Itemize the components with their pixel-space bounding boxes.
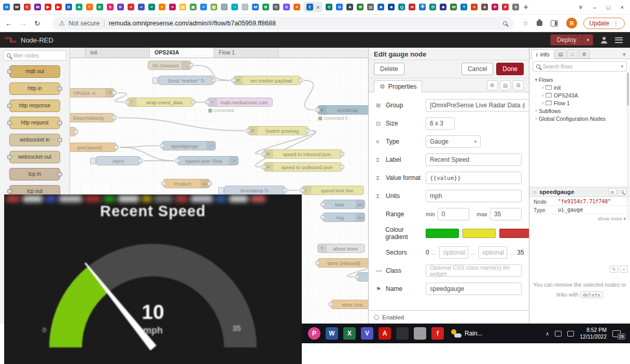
range-max-input[interactable]: 35 bbox=[490, 208, 522, 220]
browser-tab[interactable]: ▦ bbox=[179, 4, 186, 10]
node-info-list-icon[interactable]: ▤ bbox=[608, 188, 617, 195]
browser-tab[interactable]: ■ bbox=[440, 4, 446, 10]
browser-tab[interactable]: W bbox=[450, 4, 457, 10]
units-input[interactable]: mph bbox=[426, 190, 522, 202]
palette-node[interactable]: websocket out bbox=[9, 151, 60, 163]
tree-item[interactable]: ›Global Configuration Nodes bbox=[529, 115, 630, 122]
browser-tab[interactable]: ▶ bbox=[55, 4, 62, 10]
deploy-button[interactable]: Deploy ▾ bbox=[550, 34, 593, 46]
node-port-input[interactable] bbox=[160, 144, 164, 148]
tab-properties[interactable]: ⚙ Properties bbox=[374, 80, 422, 92]
help-tab-icon[interactable]: ▤ bbox=[555, 49, 566, 59]
canvas-node[interactable]: abcProduct bbox=[163, 179, 210, 188]
palette-node[interactable]: http in bbox=[9, 82, 60, 95]
window-close-icon[interactable]: × bbox=[621, 4, 624, 10]
app-grey-icon[interactable] bbox=[414, 327, 426, 340]
browser-tab[interactable]: ⊡ bbox=[429, 4, 436, 10]
node-port-output[interactable] bbox=[114, 145, 119, 149]
update-button[interactable]: Update ⋮ bbox=[583, 18, 625, 29]
browser-tab[interactable]: M bbox=[34, 4, 41, 10]
node-port-output[interactable] bbox=[58, 138, 62, 142]
reload-icon[interactable]: ↻ bbox=[34, 19, 40, 27]
node-port-output[interactable] bbox=[58, 121, 62, 125]
side-panel-icon[interactable] bbox=[551, 20, 558, 26]
canvas-node[interactable]: ⇄speed to outbound json bbox=[263, 162, 342, 172]
node-info-search-icon[interactable] bbox=[618, 188, 626, 195]
browser-tab[interactable]: ~ bbox=[231, 4, 238, 10]
excel-icon[interactable]: X bbox=[343, 327, 356, 340]
deploy-caret-icon[interactable]: ▾ bbox=[582, 35, 593, 45]
canvas-node[interactable]: store (inbound) bbox=[317, 258, 368, 268]
user-icon[interactable] bbox=[600, 37, 608, 44]
workspace-tab[interactable]: Flow 1 bbox=[214, 48, 278, 58]
acrobat-icon[interactable]: A bbox=[379, 327, 391, 340]
browser-tab[interactable]: T bbox=[460, 4, 467, 10]
node-settings-icon[interactable]: ⚙ bbox=[487, 80, 498, 90]
forward-icon[interactable]: → bbox=[20, 19, 27, 27]
browser-tab[interactable]: < bbox=[471, 4, 478, 10]
node-port-output[interactable] bbox=[189, 63, 193, 67]
browser-tab[interactable]: □ bbox=[221, 4, 228, 10]
canvas-node[interactable]: Inbound (west bbox=[357, 272, 368, 282]
browser-tab[interactable]: ⊞ bbox=[357, 4, 363, 10]
palette-node[interactable]: mqtt out bbox=[9, 65, 60, 78]
node-port-output[interactable] bbox=[58, 172, 62, 176]
size-button[interactable]: 6 x 3 bbox=[426, 117, 455, 130]
canvas-node[interactable]: d bbox=[70, 127, 76, 136]
canvas-node[interactable]: timestamp ↻ bbox=[224, 186, 285, 195]
app-v-icon[interactable]: V bbox=[361, 327, 373, 340]
app-p-icon[interactable]: P bbox=[308, 327, 320, 340]
tree-item[interactable]: ›Flow 1 bbox=[529, 99, 630, 107]
gradient-swatch[interactable] bbox=[426, 229, 459, 238]
node-port-output[interactable] bbox=[58, 87, 62, 91]
browser-tab[interactable]: G bbox=[336, 4, 343, 10]
canvas-node[interactable]: abcAvg bbox=[323, 213, 365, 222]
workspace-tab[interactable]: init bbox=[86, 48, 150, 58]
tree-item[interactable]: ›Subflows bbox=[529, 107, 630, 115]
browser-tab[interactable]: B bbox=[262, 4, 269, 10]
browser-tab[interactable]: ▶ bbox=[45, 4, 51, 10]
browser-tab[interactable]: □ bbox=[242, 4, 248, 10]
browser-tab[interactable]: S bbox=[512, 4, 519, 10]
config-tab-icon[interactable]: ⚙ bbox=[579, 49, 590, 59]
browser-tab[interactable]: P bbox=[492, 4, 498, 10]
node-port-input[interactable] bbox=[315, 261, 320, 265]
palette-node[interactable]: tcp in bbox=[9, 168, 60, 180]
node-port-input[interactable] bbox=[246, 129, 250, 133]
node-port-input[interactable] bbox=[329, 302, 333, 306]
cancel-button[interactable]: Cancel bbox=[461, 63, 493, 75]
app-f-icon[interactable]: f bbox=[431, 327, 444, 340]
browser-tab[interactable]: S bbox=[283, 4, 290, 10]
address-url[interactable]: remuda.omnipresense.com/admin/#/flow/b7a… bbox=[109, 20, 276, 27]
gradient-swatch[interactable] bbox=[499, 229, 533, 238]
enabled-toggle[interactable]: Enabled bbox=[374, 314, 404, 320]
browser-tab[interactable]: H bbox=[409, 4, 415, 10]
browser-tab[interactable]: ■ bbox=[388, 4, 395, 10]
browser-tab[interactable]: < bbox=[128, 4, 134, 10]
browser-tab[interactable]: ▣ bbox=[190, 4, 197, 10]
node-port-input[interactable] bbox=[300, 188, 304, 192]
extensions-icon[interactable] bbox=[537, 21, 542, 26]
browser-tab[interactable]: < bbox=[293, 4, 300, 10]
browser-tab[interactable]: C bbox=[326, 4, 332, 10]
inject-button[interactable] bbox=[152, 77, 158, 84]
palette-node[interactable]: http request bbox=[9, 117, 60, 129]
sidebar-menu-caret-icon[interactable]: ▾ bbox=[623, 52, 628, 59]
minimize-icon[interactable]: – bbox=[593, 4, 596, 10]
browser-tab[interactable]: F bbox=[502, 4, 509, 10]
done-button[interactable]: Done bbox=[496, 63, 524, 75]
canvas-node[interactable]: inject bbox=[96, 156, 141, 165]
browser-tab[interactable]: ▤ bbox=[367, 4, 374, 10]
canvas-node[interactable]: store (out... bbox=[331, 300, 368, 309]
type-select[interactable]: Gauge ▾ bbox=[426, 135, 481, 148]
node-port-output[interactable] bbox=[283, 188, 287, 192]
notification-center-icon[interactable]: 29 bbox=[612, 330, 621, 337]
browser-tab[interactable]: A bbox=[346, 4, 353, 10]
tree-item[interactable]: ›init bbox=[529, 83, 630, 91]
browser-tab[interactable]: ■ bbox=[377, 4, 384, 10]
taskbar-clock[interactable]: 8:52 PM 12/11/2022 bbox=[580, 327, 607, 340]
node-port-input[interactable] bbox=[261, 152, 266, 156]
bookmark-star-icon[interactable]: ☆ bbox=[523, 19, 529, 27]
tray-icon-2[interactable] bbox=[567, 331, 574, 337]
inject-button[interactable] bbox=[90, 158, 96, 164]
